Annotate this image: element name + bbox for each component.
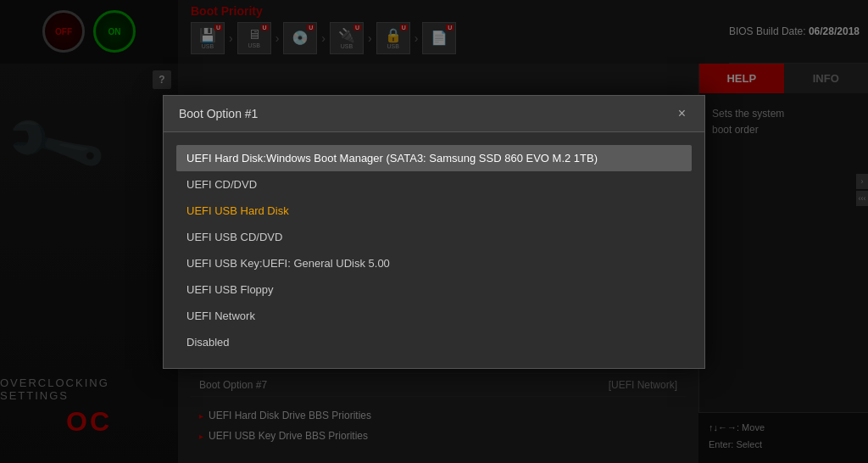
modal-header: Boot Option #1 × [164,96,704,132]
modal-option-5[interactable]: UEFI USB Key:UEFI: General UDisk 5.00 [176,250,692,276]
modal-option-1[interactable]: UEFI Hard Disk:Windows Boot Manager (SAT… [176,145,692,171]
modal-overlay: Boot Option #1 × UEFI Hard Disk:Windows … [0,0,868,463]
modal-option-4[interactable]: UEFI USB CD/DVD [176,224,692,250]
modal-option-3[interactable]: UEFI USB Hard Disk [176,198,692,224]
modal-option-7[interactable]: UEFI Network [176,303,692,329]
boot-option-modal: Boot Option #1 × UEFI Hard Disk:Windows … [163,95,705,369]
modal-title: Boot Option #1 [179,107,258,120]
modal-close-button[interactable]: × [675,106,689,121]
modal-option-6[interactable]: UEFI USB Floppy [176,276,692,303]
modal-body: UEFI Hard Disk:Windows Boot Manager (SAT… [164,132,704,368]
modal-option-8[interactable]: Disabled [176,329,692,355]
modal-option-2[interactable]: UEFI CD/DVD [176,171,692,198]
